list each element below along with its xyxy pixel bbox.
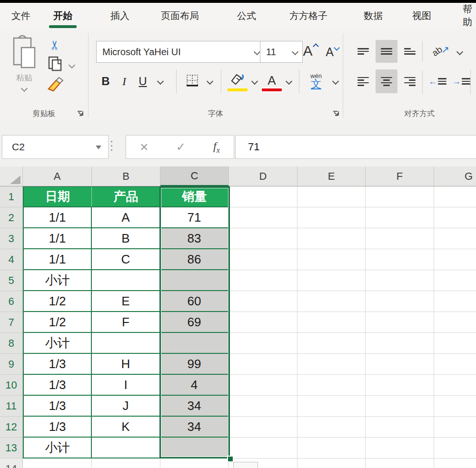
cell-F5[interactable] (366, 270, 434, 291)
cell-F6[interactable] (366, 291, 434, 312)
align-left-button[interactable] (354, 70, 373, 92)
cell-E2[interactable] (298, 207, 366, 228)
cell-D1[interactable] (229, 186, 298, 207)
cell-E3[interactable] (298, 228, 366, 249)
cell-D13[interactable] (229, 438, 298, 458)
decrease-font-size-button[interactable]: A (323, 42, 342, 62)
cell-B4[interactable]: C (92, 249, 160, 270)
fill-color-button[interactable] (227, 68, 248, 92)
cell-F10[interactable] (366, 375, 434, 396)
font-name-combo[interactable]: Microsoft YaHei UI (96, 41, 265, 63)
tab-5[interactable]: 公式 (237, 3, 256, 29)
cell-B10[interactable]: I (92, 375, 160, 396)
cell-A14[interactable] (23, 458, 92, 468)
cell-A12[interactable]: 1/3 (23, 417, 92, 438)
cell-A10[interactable]: 1/3 (23, 375, 92, 396)
cell-A7[interactable]: 1/2 (23, 312, 92, 333)
cell-E12[interactable] (298, 417, 366, 438)
cell-G13[interactable] (434, 438, 476, 458)
cell-A4[interactable]: 1/1 (23, 249, 92, 270)
cell-B6[interactable]: E (92, 291, 160, 312)
cell-D12[interactable] (229, 417, 298, 438)
bold-button[interactable]: B (97, 70, 114, 92)
row-header-4[interactable]: 4 (0, 249, 23, 270)
cell-F14[interactable] (366, 458, 434, 468)
cell-E7[interactable] (298, 312, 366, 333)
align-middle-button[interactable] (376, 40, 397, 63)
cell-A2[interactable]: 1/1 (23, 207, 92, 228)
cell-G2[interactable] (434, 207, 476, 228)
row-header-2[interactable]: 2 (0, 207, 23, 228)
cell-G10[interactable] (434, 375, 476, 396)
cell-F9[interactable] (366, 354, 434, 375)
cell-D8[interactable] (229, 333, 298, 354)
column-header-C[interactable]: C (160, 166, 229, 186)
formula-bar-splitter[interactable] (111, 141, 113, 153)
increase-indent-button[interactable]: → (451, 70, 472, 92)
cell-B5[interactable] (92, 270, 160, 291)
cell-C6[interactable]: 60 (160, 291, 229, 312)
column-header-B[interactable]: B (92, 166, 160, 186)
phonetic-guide-button[interactable]: wén 文 (304, 68, 328, 93)
name-box-dropdown-icon[interactable] (96, 146, 101, 149)
cell-A5[interactable]: 小计 (23, 270, 92, 291)
column-header-D[interactable]: D (229, 166, 298, 186)
tab-4[interactable]: 页面布局 (161, 3, 199, 29)
cell-B3[interactable]: B (92, 228, 160, 249)
cell-E6[interactable] (298, 291, 366, 312)
cell-D4[interactable] (229, 249, 298, 270)
tab-6[interactable]: 方方格子 (289, 3, 327, 29)
font-color-button[interactable]: A (261, 68, 283, 92)
font-dialog-launcher[interactable] (332, 110, 340, 118)
cell-D6[interactable] (229, 291, 298, 312)
cell-F1[interactable] (366, 186, 434, 207)
cell-C7[interactable]: 69 (160, 312, 229, 333)
cell-B9[interactable]: H (92, 354, 160, 375)
cancel-icon[interactable]: × (140, 139, 149, 155)
quick-analysis-button-partial[interactable] (233, 462, 258, 468)
cell-C14[interactable] (160, 458, 229, 468)
cell-E13[interactable] (298, 438, 366, 458)
cell-G12[interactable] (434, 417, 476, 438)
tab-3[interactable]: 插入 (110, 3, 129, 29)
row-header-5[interactable]: 5 (0, 270, 23, 291)
align-center-button[interactable] (376, 69, 397, 93)
cell-C13[interactable] (160, 438, 229, 458)
underline-button[interactable]: U (134, 70, 151, 92)
align-bottom-button[interactable] (400, 41, 419, 62)
cell-E14[interactable] (298, 458, 366, 468)
cell-D7[interactable] (229, 312, 298, 333)
enter-check-icon[interactable]: ✓ (176, 140, 186, 154)
cell-E11[interactable] (298, 396, 366, 417)
cell-F8[interactable] (366, 333, 434, 354)
cell-G3[interactable] (434, 228, 476, 249)
font-size-combo[interactable]: 11 (260, 41, 303, 63)
row-header-12[interactable]: 12 (0, 417, 23, 438)
name-box[interactable]: C2 (2, 135, 109, 159)
cell-D10[interactable] (229, 375, 298, 396)
cell-E5[interactable] (298, 270, 366, 291)
chevron-down-icon[interactable] (332, 78, 339, 85)
row-header-1[interactable]: 1 (0, 186, 23, 207)
decrease-indent-button[interactable]: ← (427, 70, 448, 92)
cell-B2[interactable]: A (92, 207, 160, 228)
cell-A3[interactable]: 1/1 (23, 228, 92, 249)
tab-1[interactable]: 文件 (11, 3, 30, 29)
cell-B8[interactable] (92, 333, 160, 354)
cell-B1[interactable]: 产品 (92, 186, 160, 207)
cell-G7[interactable] (434, 312, 476, 333)
tab-9[interactable]: 帮助 (463, 3, 476, 29)
chevron-down-icon[interactable] (286, 78, 292, 85)
cell-C10[interactable]: 4 (160, 375, 229, 396)
column-header-F[interactable]: F (366, 166, 434, 186)
paste-button[interactable]: 粘贴 (9, 32, 40, 99)
cell-C4[interactable]: 86 (160, 249, 229, 270)
cell-C3[interactable]: 83 (160, 228, 229, 249)
cell-A13[interactable]: 小计 (23, 438, 92, 458)
cell-A1[interactable]: 日期 (23, 186, 92, 207)
row-header-3[interactable]: 3 (0, 228, 23, 249)
cell-C12[interactable]: 34 (160, 417, 229, 438)
column-header-E[interactable]: E (298, 166, 366, 186)
cell-G9[interactable] (434, 354, 476, 375)
cell-F7[interactable] (366, 312, 434, 333)
